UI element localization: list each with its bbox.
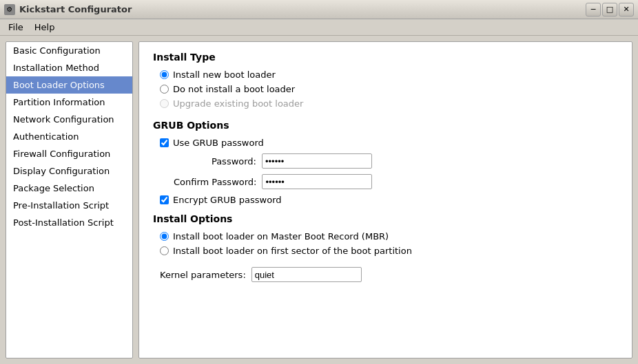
- sidebar-item-post-install-script[interactable]: Post-Installation Script: [6, 214, 132, 231]
- titlebar-title: Kickstart Configurator: [19, 4, 132, 14]
- content-panel: Install Type Install new boot loader Do …: [138, 41, 632, 358]
- sidebar-item-authentication[interactable]: Authentication: [6, 128, 132, 145]
- radio-mbr-input[interactable]: [160, 232, 169, 241]
- radio-no-bootloader-label: Do not install a boot loader: [173, 84, 295, 94]
- sidebar-item-pre-install-script[interactable]: Pre-Installation Script: [6, 197, 132, 214]
- sidebar-item-boot-loader[interactable]: Boot Loader Options: [6, 76, 132, 94]
- sidebar: Basic Configuration Installation Method …: [6, 41, 133, 358]
- menu-help[interactable]: Help: [29, 21, 61, 34]
- titlebar-controls: − □ ✕: [586, 3, 634, 17]
- radio-mbr-label: Install boot loader on Master Boot Recor…: [173, 231, 389, 242]
- sidebar-item-display-config[interactable]: Display Configuration: [6, 162, 132, 180]
- use-grub-password-row: Use GRUB password: [160, 138, 618, 148]
- radio-first-sector-input[interactable]: [160, 246, 169, 255]
- password-input[interactable]: [262, 153, 372, 169]
- main-container: Basic Configuration Installation Method …: [0, 36, 638, 364]
- password-label: Password:: [174, 156, 256, 167]
- confirm-password-label: Confirm Password:: [174, 177, 256, 187]
- minimize-button[interactable]: −: [586, 3, 601, 17]
- radio-no-bootloader-input[interactable]: [160, 85, 169, 94]
- radio-new-bootloader-label: Install new boot loader: [173, 69, 276, 80]
- use-grub-password-checkbox[interactable]: [160, 138, 169, 147]
- sidebar-item-partition-info[interactable]: Partition Information: [6, 94, 132, 111]
- titlebar-left: ⚙ Kickstart Configurator: [4, 4, 132, 15]
- radio-first-sector-label: Install boot loader on first sector of t…: [173, 246, 412, 256]
- radio-mbr: Install boot loader on Master Boot Recor…: [160, 231, 618, 242]
- radio-upgrade-bootloader-label: Upgrade existing boot loader: [173, 98, 303, 109]
- kernel-parameters-row: Kernel parameters:: [160, 267, 618, 282]
- app-icon: ⚙: [4, 4, 15, 15]
- titlebar: ⚙ Kickstart Configurator − □ ✕: [0, 0, 638, 19]
- install-type-title: Install Type: [153, 52, 618, 63]
- sidebar-item-package-selection[interactable]: Package Selection: [6, 180, 132, 197]
- encrypt-grub-row: Encrypt GRUB password: [160, 195, 618, 205]
- sidebar-item-network-config[interactable]: Network Configuration: [6, 111, 132, 128]
- radio-first-sector: Install boot loader on first sector of t…: [160, 246, 618, 256]
- install-type-group: Install new boot loader Do not install a…: [160, 69, 618, 109]
- radio-no-bootloader: Do not install a boot loader: [160, 84, 618, 94]
- encrypt-grub-label: Encrypt GRUB password: [173, 195, 282, 205]
- encrypt-grub-checkbox[interactable]: [160, 195, 169, 204]
- radio-new-bootloader: Install new boot loader: [160, 69, 618, 80]
- close-button[interactable]: ✕: [619, 3, 634, 17]
- sidebar-item-install-method[interactable]: Installation Method: [6, 59, 132, 76]
- menubar: File Help: [0, 19, 638, 36]
- maximize-button[interactable]: □: [602, 3, 617, 17]
- confirm-password-input[interactable]: [262, 174, 372, 189]
- confirm-password-row: Confirm Password:: [174, 174, 618, 189]
- sidebar-item-basic-config[interactable]: Basic Configuration: [6, 42, 132, 59]
- grub-options-title: GRUB Options: [153, 120, 618, 131]
- password-row: Password:: [174, 153, 618, 169]
- use-grub-password-label: Use GRUB password: [173, 138, 264, 148]
- menu-file[interactable]: File: [3, 21, 29, 34]
- install-options-title: Install Options: [153, 213, 618, 224]
- radio-upgrade-bootloader: Upgrade existing boot loader: [160, 98, 618, 109]
- kernel-parameters-label: Kernel parameters:: [160, 270, 246, 280]
- radio-new-bootloader-input[interactable]: [160, 70, 169, 79]
- kernel-parameters-input[interactable]: [251, 267, 362, 282]
- install-options-group: Install boot loader on Master Boot Recor…: [160, 231, 618, 256]
- radio-upgrade-bootloader-input[interactable]: [160, 99, 169, 108]
- sidebar-item-firewall-config[interactable]: Firewall Configuration: [6, 145, 132, 162]
